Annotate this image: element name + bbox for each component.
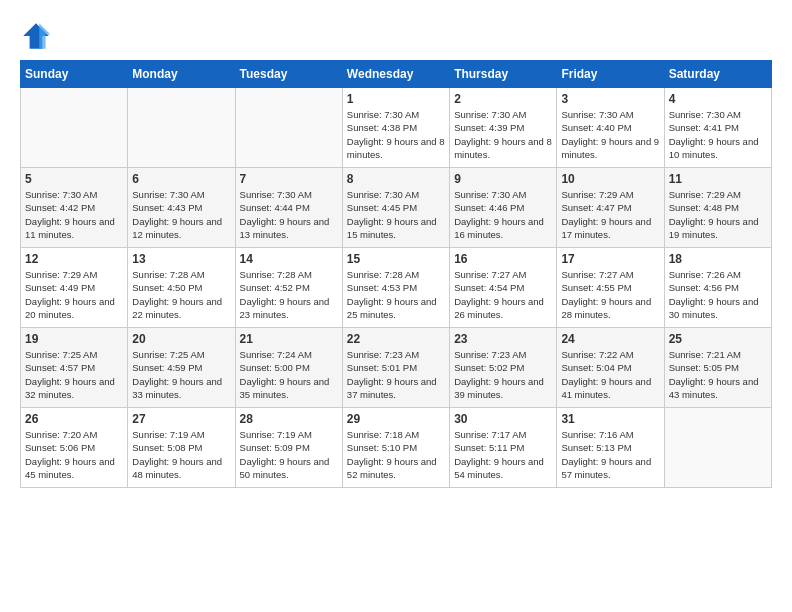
calendar-header: SundayMondayTuesdayWednesdayThursdayFrid… [21,61,772,88]
day-info: Sunrise: 7:30 AM Sunset: 4:42 PM Dayligh… [25,188,123,241]
calendar-cell: 4Sunrise: 7:30 AM Sunset: 4:41 PM Daylig… [664,88,771,168]
day-number: 8 [347,172,445,186]
calendar-cell: 18Sunrise: 7:26 AM Sunset: 4:56 PM Dayli… [664,248,771,328]
calendar-cell: 22Sunrise: 7:23 AM Sunset: 5:01 PM Dayli… [342,328,449,408]
day-number: 28 [240,412,338,426]
calendar-cell: 29Sunrise: 7:18 AM Sunset: 5:10 PM Dayli… [342,408,449,488]
calendar-cell: 21Sunrise: 7:24 AM Sunset: 5:00 PM Dayli… [235,328,342,408]
weekday-header-friday: Friday [557,61,664,88]
day-info: Sunrise: 7:27 AM Sunset: 4:55 PM Dayligh… [561,268,659,321]
calendar-cell: 7Sunrise: 7:30 AM Sunset: 4:44 PM Daylig… [235,168,342,248]
calendar-cell: 27Sunrise: 7:19 AM Sunset: 5:08 PM Dayli… [128,408,235,488]
weekday-header-monday: Monday [128,61,235,88]
calendar-cell: 24Sunrise: 7:22 AM Sunset: 5:04 PM Dayli… [557,328,664,408]
day-info: Sunrise: 7:28 AM Sunset: 4:52 PM Dayligh… [240,268,338,321]
calendar-cell: 26Sunrise: 7:20 AM Sunset: 5:06 PM Dayli… [21,408,128,488]
day-info: Sunrise: 7:18 AM Sunset: 5:10 PM Dayligh… [347,428,445,481]
day-number: 6 [132,172,230,186]
day-info: Sunrise: 7:30 AM Sunset: 4:41 PM Dayligh… [669,108,767,161]
day-info: Sunrise: 7:29 AM Sunset: 4:49 PM Dayligh… [25,268,123,321]
calendar-cell: 28Sunrise: 7:19 AM Sunset: 5:09 PM Dayli… [235,408,342,488]
calendar-cell: 23Sunrise: 7:23 AM Sunset: 5:02 PM Dayli… [450,328,557,408]
day-info: Sunrise: 7:30 AM Sunset: 4:39 PM Dayligh… [454,108,552,161]
day-number: 18 [669,252,767,266]
day-info: Sunrise: 7:29 AM Sunset: 4:48 PM Dayligh… [669,188,767,241]
calendar-cell: 2Sunrise: 7:30 AM Sunset: 4:39 PM Daylig… [450,88,557,168]
day-info: Sunrise: 7:23 AM Sunset: 5:01 PM Dayligh… [347,348,445,401]
day-number: 4 [669,92,767,106]
day-number: 15 [347,252,445,266]
day-info: Sunrise: 7:25 AM Sunset: 4:57 PM Dayligh… [25,348,123,401]
day-number: 1 [347,92,445,106]
day-number: 17 [561,252,659,266]
weekday-header-sunday: Sunday [21,61,128,88]
day-number: 14 [240,252,338,266]
day-number: 21 [240,332,338,346]
day-info: Sunrise: 7:28 AM Sunset: 4:53 PM Dayligh… [347,268,445,321]
day-info: Sunrise: 7:28 AM Sunset: 4:50 PM Dayligh… [132,268,230,321]
calendar-week-row: 1Sunrise: 7:30 AM Sunset: 4:38 PM Daylig… [21,88,772,168]
calendar-cell: 3Sunrise: 7:30 AM Sunset: 4:40 PM Daylig… [557,88,664,168]
day-info: Sunrise: 7:26 AM Sunset: 4:56 PM Dayligh… [669,268,767,321]
day-info: Sunrise: 7:25 AM Sunset: 4:59 PM Dayligh… [132,348,230,401]
calendar-cell [664,408,771,488]
weekday-header-wednesday: Wednesday [342,61,449,88]
calendar-cell: 30Sunrise: 7:17 AM Sunset: 5:11 PM Dayli… [450,408,557,488]
day-info: Sunrise: 7:30 AM Sunset: 4:38 PM Dayligh… [347,108,445,161]
calendar-cell: 11Sunrise: 7:29 AM Sunset: 4:48 PM Dayli… [664,168,771,248]
calendar-cell: 10Sunrise: 7:29 AM Sunset: 4:47 PM Dayli… [557,168,664,248]
calendar-cell: 16Sunrise: 7:27 AM Sunset: 4:54 PM Dayli… [450,248,557,328]
calendar-cell: 25Sunrise: 7:21 AM Sunset: 5:05 PM Dayli… [664,328,771,408]
calendar-cell: 8Sunrise: 7:30 AM Sunset: 4:45 PM Daylig… [342,168,449,248]
page-header [20,20,772,52]
day-number: 30 [454,412,552,426]
day-number: 11 [669,172,767,186]
calendar-cell: 15Sunrise: 7:28 AM Sunset: 4:53 PM Dayli… [342,248,449,328]
calendar-week-row: 26Sunrise: 7:20 AM Sunset: 5:06 PM Dayli… [21,408,772,488]
calendar-cell: 17Sunrise: 7:27 AM Sunset: 4:55 PM Dayli… [557,248,664,328]
calendar-cell [235,88,342,168]
calendar-cell: 1Sunrise: 7:30 AM Sunset: 4:38 PM Daylig… [342,88,449,168]
day-number: 23 [454,332,552,346]
day-number: 2 [454,92,552,106]
day-info: Sunrise: 7:19 AM Sunset: 5:08 PM Dayligh… [132,428,230,481]
day-number: 12 [25,252,123,266]
calendar-cell: 19Sunrise: 7:25 AM Sunset: 4:57 PM Dayli… [21,328,128,408]
day-number: 22 [347,332,445,346]
day-info: Sunrise: 7:29 AM Sunset: 4:47 PM Dayligh… [561,188,659,241]
calendar-cell: 5Sunrise: 7:30 AM Sunset: 4:42 PM Daylig… [21,168,128,248]
calendar-cell: 6Sunrise: 7:30 AM Sunset: 4:43 PM Daylig… [128,168,235,248]
day-info: Sunrise: 7:20 AM Sunset: 5:06 PM Dayligh… [25,428,123,481]
day-number: 5 [25,172,123,186]
calendar-table: SundayMondayTuesdayWednesdayThursdayFrid… [20,60,772,488]
day-info: Sunrise: 7:16 AM Sunset: 5:13 PM Dayligh… [561,428,659,481]
day-info: Sunrise: 7:30 AM Sunset: 4:44 PM Dayligh… [240,188,338,241]
weekday-header-thursday: Thursday [450,61,557,88]
day-info: Sunrise: 7:24 AM Sunset: 5:00 PM Dayligh… [240,348,338,401]
day-info: Sunrise: 7:30 AM Sunset: 4:40 PM Dayligh… [561,108,659,161]
day-info: Sunrise: 7:21 AM Sunset: 5:05 PM Dayligh… [669,348,767,401]
logo-icon [20,20,52,52]
day-info: Sunrise: 7:22 AM Sunset: 5:04 PM Dayligh… [561,348,659,401]
logo [20,20,56,52]
calendar-week-row: 19Sunrise: 7:25 AM Sunset: 4:57 PM Dayli… [21,328,772,408]
calendar-cell: 12Sunrise: 7:29 AM Sunset: 4:49 PM Dayli… [21,248,128,328]
day-number: 31 [561,412,659,426]
weekday-header-saturday: Saturday [664,61,771,88]
calendar-body: 1Sunrise: 7:30 AM Sunset: 4:38 PM Daylig… [21,88,772,488]
weekday-header-row: SundayMondayTuesdayWednesdayThursdayFrid… [21,61,772,88]
day-number: 24 [561,332,659,346]
calendar-cell: 9Sunrise: 7:30 AM Sunset: 4:46 PM Daylig… [450,168,557,248]
day-info: Sunrise: 7:27 AM Sunset: 4:54 PM Dayligh… [454,268,552,321]
day-number: 25 [669,332,767,346]
day-info: Sunrise: 7:17 AM Sunset: 5:11 PM Dayligh… [454,428,552,481]
calendar-cell: 31Sunrise: 7:16 AM Sunset: 5:13 PM Dayli… [557,408,664,488]
calendar-cell: 20Sunrise: 7:25 AM Sunset: 4:59 PM Dayli… [128,328,235,408]
day-info: Sunrise: 7:19 AM Sunset: 5:09 PM Dayligh… [240,428,338,481]
day-number: 13 [132,252,230,266]
day-info: Sunrise: 7:30 AM Sunset: 4:45 PM Dayligh… [347,188,445,241]
calendar-cell [21,88,128,168]
day-number: 20 [132,332,230,346]
day-number: 27 [132,412,230,426]
day-info: Sunrise: 7:23 AM Sunset: 5:02 PM Dayligh… [454,348,552,401]
